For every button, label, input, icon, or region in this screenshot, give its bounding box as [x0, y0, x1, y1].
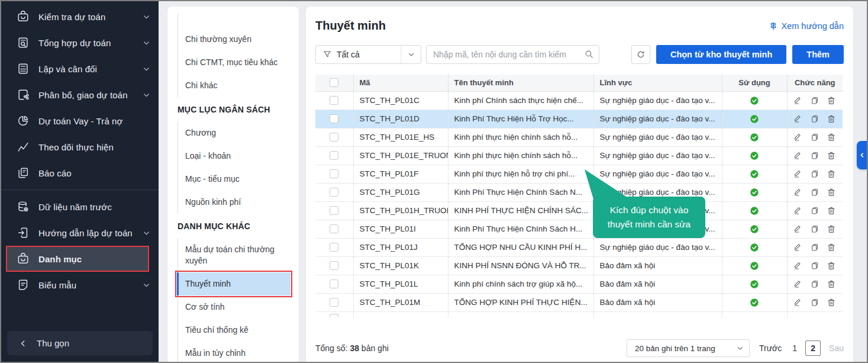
- subnav-item[interactable]: Mẫu dự toán chi thường xuyên: [178, 238, 291, 272]
- delete-icon[interactable]: [827, 133, 836, 142]
- sidebar-item-5[interactable]: Dự toán Vay - Trả nợ: [1, 108, 159, 134]
- sidebar-item-7[interactable]: Báo cáo: [1, 160, 159, 186]
- row-checkbox[interactable]: [330, 96, 338, 105]
- delete-icon[interactable]: [827, 261, 836, 271]
- page-2-button[interactable]: 2: [805, 340, 821, 356]
- edit-icon[interactable]: [793, 206, 803, 216]
- table-row[interactable]: STC_TH_PL01DKinh Phí Thực Hiện Hỗ Trợ Họ…: [315, 110, 843, 128]
- subnav-item[interactable]: Cơ sở tính: [178, 295, 291, 319]
- table-row-partial: [315, 311, 843, 317]
- edit-icon[interactable]: [793, 96, 803, 105]
- delete-icon[interactable]: [827, 188, 836, 197]
- table-row[interactable]: STC_TH_PL01H_TRUOIKINH PHÍ THỰC HIỆN CHÍ…: [315, 201, 843, 220]
- copy-icon[interactable]: [810, 133, 819, 142]
- subnav-group: Chi thường xuyênChi CTMT, mục tiêu khácC…: [178, 14, 291, 97]
- panel-collapse-tab[interactable]: [857, 141, 867, 169]
- edit-icon[interactable]: [793, 133, 803, 142]
- subnav-item[interactable]: Chương: [178, 121, 291, 144]
- edit-icon[interactable]: [793, 243, 803, 252]
- edit-icon[interactable]: [793, 188, 803, 197]
- copy-icon[interactable]: [810, 224, 819, 234]
- subnav-item[interactable]: Nguồn kinh phí: [178, 191, 291, 214]
- edit-icon[interactable]: [793, 280, 803, 289]
- sidebar-item-12[interactable]: Biểu mẫu: [1, 272, 159, 298]
- copy-icon[interactable]: [810, 243, 819, 252]
- row-checkbox[interactable]: [330, 169, 338, 178]
- subnav-item[interactable]: Mẫu in tùy chỉnh: [178, 342, 291, 362]
- copy-icon[interactable]: [810, 188, 819, 197]
- table-row[interactable]: STC_TH_PL01FKinh phí thực hiện hỗ trợ ch…: [315, 165, 843, 183]
- row-checkbox[interactable]: [330, 280, 338, 288]
- sidebar-item-1[interactable]: Kiểm tra dự toán: [1, 4, 159, 30]
- copy-icon[interactable]: [810, 169, 819, 179]
- table-row[interactable]: STC_TH_PL01IKinh Phí Thực Hiện Chính Sác…: [315, 220, 843, 238]
- table-row[interactable]: STC_TH_PL01E_HSKinh phí thực hiện chính …: [315, 128, 843, 146]
- edit-icon[interactable]: [793, 261, 803, 271]
- row-checkbox[interactable]: [330, 298, 338, 307]
- select-from-library-button[interactable]: Chọn từ kho thuyết minh: [656, 45, 786, 64]
- copy-icon[interactable]: [810, 151, 819, 160]
- table-row[interactable]: STC_TH_PL01JTỔNG HỢP NHU CẦU KINH PHÍ H.…: [315, 238, 843, 256]
- delete-icon[interactable]: [827, 224, 836, 234]
- delete-icon[interactable]: [827, 206, 836, 216]
- check-circle-icon: [750, 188, 759, 197]
- row-checkbox[interactable]: [330, 206, 338, 215]
- sidebar-item-11[interactable]: Danh mục: [6, 246, 149, 272]
- subnav-item[interactable]: Tiêu chí thống kê: [178, 319, 291, 342]
- table-row[interactable]: STC_TH_PL01LKinh phí chính sách trợ giúp…: [315, 275, 843, 293]
- copy-icon[interactable]: [810, 96, 819, 105]
- row-checkbox[interactable]: [330, 261, 338, 270]
- edit-icon[interactable]: [793, 151, 803, 160]
- subnav-item[interactable]: Chi thường xuyên: [178, 28, 291, 51]
- subnav-item[interactable]: Thuyết minh: [177, 272, 291, 295]
- copy-icon[interactable]: [810, 206, 819, 216]
- add-button[interactable]: Thêm: [792, 45, 844, 64]
- select-all-checkbox[interactable]: [330, 78, 338, 87]
- row-checkbox[interactable]: [330, 133, 338, 142]
- copy-icon[interactable]: [810, 261, 819, 271]
- copy-icon[interactable]: [810, 114, 819, 124]
- row-checkbox[interactable]: [330, 224, 338, 233]
- sidebar-item-10[interactable]: Hướng dẫn lập dự toán: [1, 220, 159, 246]
- copy-icon[interactable]: [810, 298, 819, 307]
- row-checkbox[interactable]: [330, 188, 338, 197]
- table-row[interactable]: STC_TH_PL01CKinh phí Chính sách thực hiệ…: [315, 91, 843, 110]
- delete-icon[interactable]: [827, 280, 836, 289]
- filter-dropdown[interactable]: Tất cả: [315, 45, 421, 64]
- table-row[interactable]: STC_TH_PL01KKINH PHÍ NSNN ĐÓNG VÀ HỖ TR.…: [315, 256, 843, 275]
- sidebar-item-9[interactable]: Dữ liệu năm trước: [1, 194, 159, 220]
- view-guide-link[interactable]: Xem hướng dẫn: [769, 21, 844, 31]
- table-row[interactable]: STC_TH_PL01E_TRUONKinh phí thực hiện chí…: [315, 146, 843, 165]
- edit-icon[interactable]: [793, 114, 803, 124]
- search-input[interactable]: [426, 45, 599, 64]
- subnav-item[interactable]: Loại - khoản: [178, 144, 291, 168]
- edit-icon[interactable]: [793, 169, 803, 179]
- sidebar-collapse-button[interactable]: Thu gọn: [7, 331, 153, 355]
- subnav-item[interactable]: Chi khác: [178, 74, 291, 97]
- sidebar-item-6[interactable]: Theo dõi thực hiện: [1, 134, 159, 160]
- delete-icon[interactable]: [827, 151, 836, 160]
- edit-icon[interactable]: [793, 224, 803, 234]
- sidebar-item-3[interactable]: Lập và cân đối: [1, 56, 159, 82]
- next-page-button[interactable]: Sau: [829, 343, 844, 353]
- sidebar-item-2[interactable]: Tổng hợp dự toán: [1, 30, 159, 56]
- subnav-item[interactable]: Chi CTMT, mục tiêu khác: [178, 51, 291, 74]
- refresh-button[interactable]: [631, 45, 650, 64]
- delete-icon[interactable]: [827, 298, 836, 307]
- copy-icon[interactable]: [810, 280, 819, 289]
- prev-page-button[interactable]: Trước: [759, 343, 782, 353]
- table-row[interactable]: STC_TH_PL01GKinh Phí Thực Hiện Chính Sác…: [315, 183, 843, 201]
- row-checkbox[interactable]: [330, 243, 338, 252]
- page-1-button[interactable]: 1: [792, 343, 797, 353]
- row-checkbox[interactable]: [330, 151, 338, 160]
- delete-icon[interactable]: [827, 169, 836, 179]
- delete-icon[interactable]: [827, 96, 836, 105]
- page-size-dropdown[interactable]: 20 bản ghi trên 1 trang: [627, 339, 750, 357]
- subnav-item[interactable]: Mục - tiểu mục: [178, 168, 291, 191]
- sidebar-item-4[interactable]: Phân bổ, giao dự toán: [1, 82, 159, 108]
- delete-icon[interactable]: [827, 114, 836, 124]
- delete-icon[interactable]: [827, 243, 836, 252]
- row-checkbox[interactable]: [330, 114, 338, 123]
- edit-icon[interactable]: [793, 298, 803, 307]
- table-row[interactable]: STC_TH_PL01MTỔNG HỢP KINH PHÍ THỰC HIỆN.…: [315, 293, 843, 311]
